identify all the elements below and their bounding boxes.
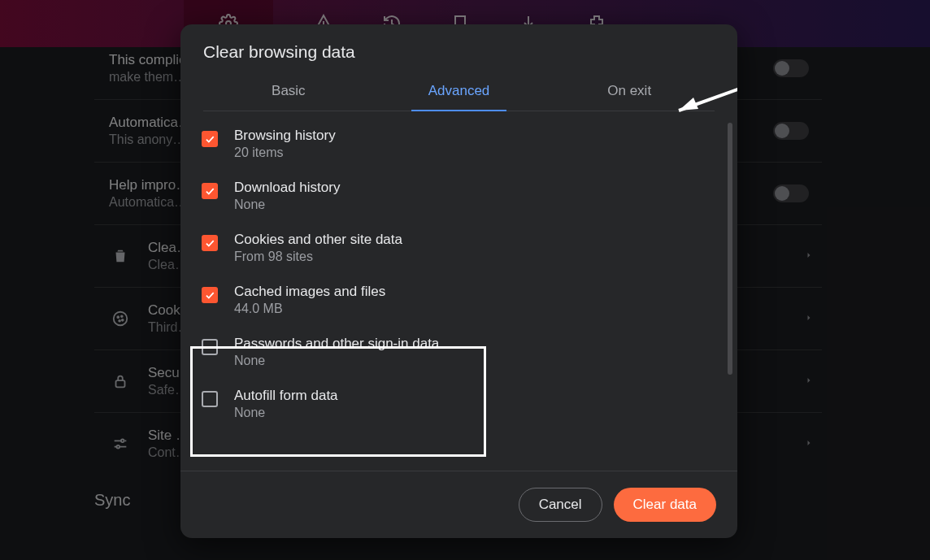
option-title: Autofill form data <box>234 388 338 404</box>
option-title: Browsing history <box>234 128 336 144</box>
checkbox-checked-icon[interactable] <box>202 131 218 147</box>
option-title: Cached images and files <box>234 284 385 300</box>
checkbox-unchecked-icon[interactable] <box>202 339 218 355</box>
option-sub: None <box>234 198 340 212</box>
option-download-history[interactable]: Download history None <box>198 170 719 222</box>
option-title: Cookies and other site data <box>234 232 402 248</box>
tab-on-exit[interactable]: On exit <box>544 73 715 111</box>
option-sub: 44.0 MB <box>234 302 385 316</box>
option-sub: 20 items <box>234 145 336 160</box>
option-sub: None <box>234 354 439 368</box>
option-cached[interactable]: Cached images and files 44.0 MB <box>198 274 719 326</box>
scrollbar[interactable] <box>728 123 732 375</box>
option-title: Download history <box>234 180 340 196</box>
option-sub: From 98 sites <box>234 250 402 264</box>
checkbox-checked-icon[interactable] <box>202 183 218 199</box>
tab-advanced[interactable]: Advanced <box>374 73 545 111</box>
checkbox-checked-icon[interactable] <box>202 235 218 251</box>
dialog-title: Clear browsing data <box>203 42 715 62</box>
checkbox-unchecked-icon[interactable] <box>202 391 218 407</box>
option-browsing-history[interactable]: Browsing history 20 items <box>198 118 719 170</box>
option-passwords[interactable]: Passwords and other sign-in data None <box>198 326 719 378</box>
option-autofill[interactable]: Autofill form data None <box>198 378 719 430</box>
tab-basic[interactable]: Basic <box>203 73 374 111</box>
option-sub: None <box>234 406 338 420</box>
cancel-button[interactable]: Cancel <box>519 488 602 522</box>
option-title: Passwords and other sign-in data <box>234 336 439 352</box>
option-cookies[interactable]: Cookies and other site data From 98 site… <box>198 222 719 274</box>
checkbox-checked-icon[interactable] <box>202 287 218 303</box>
clear-data-button[interactable]: Clear data <box>614 488 716 522</box>
clear-data-dialog: Clear browsing data Basic Advanced On ex… <box>180 24 737 538</box>
